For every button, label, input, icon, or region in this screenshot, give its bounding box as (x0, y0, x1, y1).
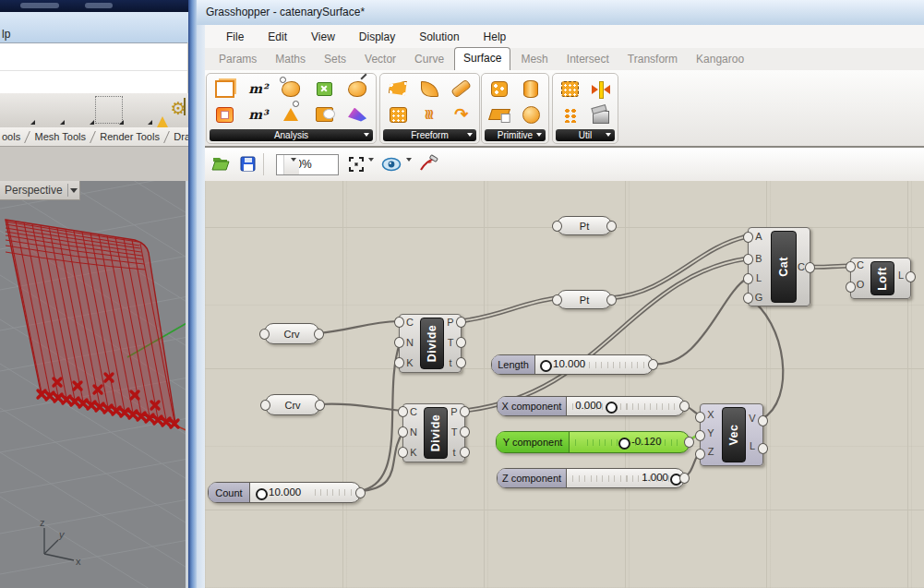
tab-transform[interactable]: Transform (619, 49, 686, 70)
count-slider[interactable]: Count 10.000 (208, 482, 361, 503)
group-bar-analysis[interactable]: Analysis (210, 129, 373, 141)
tab-vector[interactable]: Vector (356, 49, 404, 70)
chevron-down-icon[interactable] (67, 184, 79, 197)
ribbon-group-analysis: m² m³ Analysis (206, 73, 377, 144)
direction-wedge-icon[interactable] (9, 99, 31, 121)
tab-surface-active[interactable]: Surface (454, 47, 510, 70)
tab-maths[interactable]: Maths (267, 49, 314, 70)
divide-curve-component-1[interactable]: Divide C N K P T t (399, 314, 462, 373)
dice-box-icon[interactable] (487, 77, 511, 101)
box-inclusion-icon[interactable] (312, 77, 336, 101)
slider-knob[interactable] (540, 360, 552, 372)
loft-waves-icon[interactable]: ≋ (417, 102, 441, 126)
open-file-icon[interactable] (210, 154, 231, 174)
x-component-slider[interactable]: X component 0.000 (497, 396, 685, 416)
shaded-sphere-icon[interactable] (68, 99, 90, 121)
viewport-render: z y x (0, 181, 188, 588)
point-in-brep-icon[interactable] (279, 77, 303, 101)
ribbon-group-primitive: Primitive (481, 73, 549, 144)
rendered-sphere-icon[interactable] (126, 99, 149, 121)
menu-edit[interactable]: Edit (258, 28, 297, 46)
zoom-extents-icon[interactable] (346, 154, 366, 174)
area-icon[interactable]: m² (246, 77, 270, 101)
tab-intersect[interactable]: Intersect (558, 49, 618, 70)
brep-wireframe-icon[interactable] (213, 102, 237, 126)
slider-knob[interactable] (618, 438, 630, 450)
surface-grid-icon[interactable] (386, 102, 410, 126)
param-curve-2[interactable]: Crv (265, 394, 320, 415)
rhino-title-fragment (85, 3, 113, 8)
viewport-title: Perspective (0, 184, 63, 197)
z-component-slider[interactable]: Z component 1.000 (497, 468, 685, 488)
sweep-icon[interactable]: ↷ (450, 102, 474, 126)
tab-params[interactable]: Params (210, 49, 265, 70)
divide-curve-component-2[interactable]: Divide C N K P T t (402, 403, 465, 462)
tab-tools-fragment[interactable]: ools (2, 131, 20, 142)
surface-4point-icon[interactable] (386, 77, 410, 101)
ghosted-sphere-icon[interactable] (98, 99, 120, 121)
sketch-pen-icon[interactable] (418, 154, 438, 174)
menu-solution[interactable]: Solution (409, 28, 469, 46)
grasshopper-canvas[interactable]: Pt Pt Crv Crv Divide C N K P T t (205, 181, 924, 588)
length-slider[interactable]: Length 10.000 (491, 354, 654, 375)
tab-render-tools[interactable]: Render Tools (100, 131, 160, 142)
collapse-icon[interactable] (589, 77, 613, 101)
volume-icon[interactable]: m³ (246, 102, 270, 126)
rhino-menu-help-fragment[interactable]: lp (2, 28, 10, 41)
menu-file[interactable]: File (216, 28, 254, 46)
pipe-icon[interactable] (450, 77, 474, 101)
menu-help[interactable]: Help (474, 28, 517, 46)
slider-value: 0.000 (569, 400, 602, 411)
grasshopper-title-bar[interactable]: Grasshopper - catenarySurface* (197, 0, 924, 26)
color-wheel-icon[interactable] (39, 99, 61, 121)
tab-sets[interactable]: Sets (316, 49, 354, 70)
menu-display[interactable]: Display (349, 28, 405, 46)
sphere-icon[interactable] (519, 102, 543, 126)
window-title: Grasshopper - catenarySurface* (206, 6, 365, 18)
rhino-title-bar (0, 0, 188, 12)
brep-box-icon[interactable] (213, 77, 237, 101)
rhino-command-area[interactable] (0, 42, 187, 94)
slider-value: 1.000 (635, 472, 668, 483)
group-bar-util[interactable]: Util (556, 129, 615, 141)
preview-eye-icon[interactable] (380, 154, 401, 174)
viewport-title-dropdown[interactable]: Perspective (0, 181, 80, 200)
rhino-menu-bar: lp (0, 12, 188, 42)
menu-view[interactable]: View (301, 28, 345, 46)
slider-knob[interactable] (606, 402, 618, 414)
catenary-component[interactable]: Cat A B L G C (748, 227, 810, 306)
evaluate-blob-icon[interactable] (345, 77, 369, 101)
group-bar-freeform[interactable]: Freeform (383, 129, 476, 141)
group-bar-primitive[interactable]: Primitive (485, 129, 546, 141)
param-point-1[interactable]: Pt (557, 216, 612, 235)
wire-layer (205, 181, 924, 588)
slider-knob[interactable] (256, 488, 268, 500)
y-component-slider-selected[interactable]: Y component -0.120 (496, 431, 690, 453)
surface-points-icon[interactable] (558, 77, 582, 101)
param-curve-1[interactable]: Crv (264, 323, 319, 344)
edge-surface-icon[interactable] (417, 77, 441, 101)
grasshopper-menu-bar: File Edit View Display Solution Help (205, 25, 924, 48)
tab-curve[interactable]: Curve (406, 49, 452, 70)
cone-normal-icon[interactable] (279, 102, 303, 126)
tab-mesh-tools[interactable]: Mesh Tools (35, 131, 86, 142)
save-file-icon[interactable] (238, 154, 258, 174)
brep-edges-icon[interactable] (312, 102, 336, 126)
zoom-level-combo[interactable]: 100% (276, 154, 339, 175)
param-point-2[interactable]: Pt (557, 290, 612, 309)
slider-value: -0.120 (631, 436, 662, 447)
rhino-viewport[interactable]: z y x (0, 181, 188, 588)
vector-xyz-component[interactable]: Vec X Y Z V L (700, 403, 763, 466)
chevron-down-icon (283, 155, 299, 174)
unroll-box-icon[interactable] (589, 102, 613, 126)
deconstruct-pyramid-icon[interactable] (345, 102, 369, 126)
loft-component[interactable]: Loft C O L (850, 258, 911, 299)
tab-kangaroo[interactable]: Kangaroo (688, 49, 752, 70)
plane-surface-icon[interactable] (487, 102, 511, 126)
cylinder-icon[interactable] (519, 77, 543, 101)
axis-x-glyph: x (76, 556, 81, 567)
divide-surface-icon[interactable] (558, 102, 582, 126)
tab-mesh[interactable]: Mesh (512, 49, 556, 70)
rhino-title-fragment (20, 3, 59, 8)
catenary-surface (6, 220, 178, 427)
